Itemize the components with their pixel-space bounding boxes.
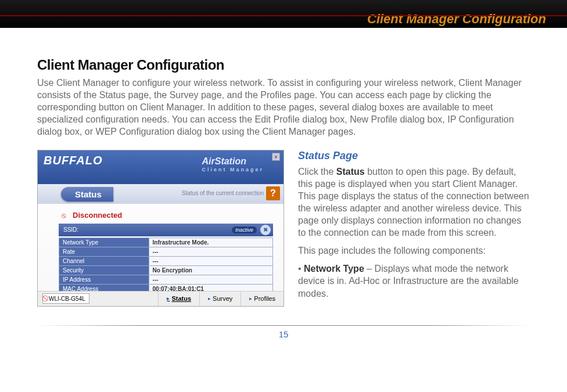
section-heading: Status Page	[298, 150, 530, 162]
page-number: 15	[279, 329, 289, 339]
cell-key: Rate	[59, 247, 149, 256]
cell-key: Security	[59, 265, 149, 275]
tab-label: Survey	[213, 295, 232, 302]
cell-value: ---	[149, 256, 272, 265]
disconnected-icon: ⦸	[59, 210, 69, 221]
chevron-right-icon: ▸	[167, 296, 170, 301]
table-row: SecurityNo Encryption	[59, 265, 273, 275]
tab-profiles[interactable]: ▸Profiles	[241, 292, 284, 306]
page-body: Client Manager Configuration Use Client …	[0, 28, 567, 312]
connection-state: ⦸ Disconnected	[59, 207, 273, 224]
table-row: Rate---	[59, 247, 273, 256]
header-title: Client Manager Configuration	[367, 12, 546, 27]
product-label: AirStation	[202, 156, 246, 166]
product-subtitle: Client Manager	[202, 167, 264, 172]
cell-value: ---	[149, 247, 272, 256]
intro-paragraph: Use Client Manager to configure your wir…	[37, 77, 530, 138]
app-header: BUFFALO AirStation Client Manager ×	[38, 150, 284, 184]
chevron-right-icon: ▸	[208, 296, 211, 301]
ssid-label: SSID:	[63, 226, 78, 233]
help-button[interactable]: ?	[266, 186, 280, 200]
ssid-row: SSID: Inactive ✖	[59, 224, 273, 236]
status-table: Network TypeInfrastructure Mode. Rate---…	[59, 238, 273, 294]
header-bar: Client Manager Configuration	[0, 0, 567, 28]
bullet-item: • Network Type – Displays what mode the …	[298, 262, 530, 299]
settings-icon[interactable]: ✖	[260, 225, 271, 235]
cell-value: Infrastructure Mode.	[149, 238, 272, 247]
section-paragraph: Click the Status button to open this pag…	[298, 166, 530, 239]
device-badge: ⃠ WLI-CB-G54L	[42, 293, 89, 304]
brand-logo: BUFFALO	[44, 154, 102, 167]
close-icon[interactable]: ×	[272, 153, 280, 161]
table-row: IP Address---	[59, 275, 273, 284]
inactive-badge: Inactive	[232, 226, 257, 233]
cell-key: Channel	[59, 256, 149, 265]
device-model: WLI-CB-G54L	[49, 296, 85, 302]
table-row: Network TypeInfrastructure Mode.	[59, 238, 273, 247]
page-title: Client Manager Configuration	[37, 57, 530, 73]
status-pill: Status	[61, 187, 113, 202]
disconnected-label: Disconnected	[73, 211, 122, 220]
tab-survey[interactable]: ▸Survey	[199, 292, 241, 306]
app-screenshot: BUFFALO AirStation Client Manager × Stat…	[37, 150, 284, 307]
cell-key: IP Address	[59, 275, 149, 284]
cell-key: Network Type	[59, 238, 149, 247]
tab-label: Profiles	[254, 295, 275, 302]
chevron-right-icon: ▸	[249, 296, 252, 301]
description-column: Status Page Click the Status button to o…	[298, 150, 530, 307]
tab-label: Status	[171, 295, 191, 302]
cell-value: No Encryption	[149, 265, 272, 275]
table-row: Channel---	[59, 256, 273, 265]
product-name: AirStation Client Manager	[202, 156, 264, 172]
bottom-bar: ⃠ WLI-CB-G54L ▸Status ▸Survey ▸Profiles	[38, 291, 284, 306]
tab-status[interactable]: ▸Status	[158, 292, 199, 306]
status-band: Status Status of the current connection	[38, 184, 284, 204]
status-panel: ⦸ Disconnected SSID: Inactive ✖ Network …	[38, 204, 284, 291]
page-footer: 15	[0, 312, 567, 339]
status-description: Status of the current connection	[182, 190, 264, 196]
cell-value: ---	[149, 275, 272, 284]
section-paragraph: This page includes the following compone…	[298, 244, 530, 257]
tab-bar: ▸Status ▸Survey ▸Profiles	[158, 292, 284, 306]
